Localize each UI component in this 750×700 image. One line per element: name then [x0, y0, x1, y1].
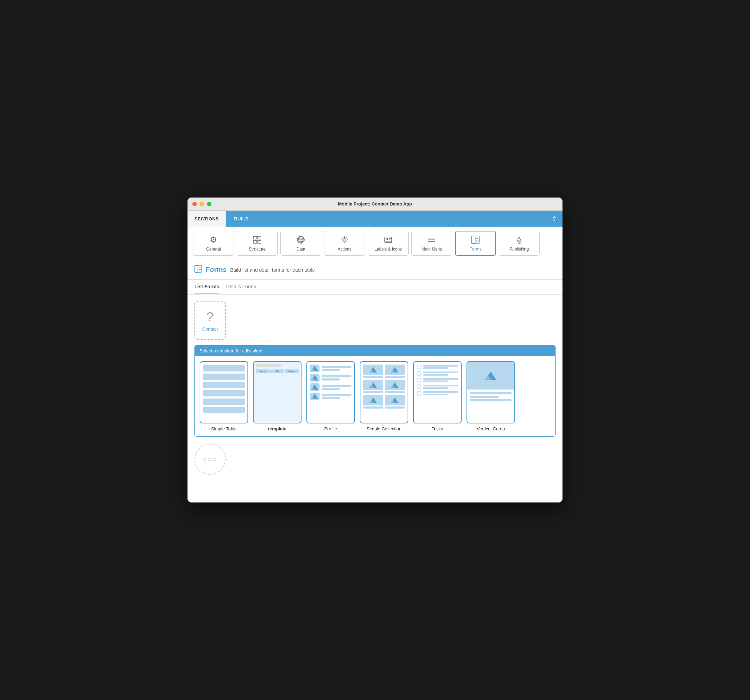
template-profile[interactable]: Profile — [306, 361, 355, 431]
template-section-header: Select a template for a list view — [195, 345, 555, 356]
svg-rect-1 — [258, 236, 261, 239]
forms-icon — [471, 235, 480, 245]
structure-icon — [252, 235, 262, 245]
tab-details-forms[interactable]: Details Forms — [226, 279, 256, 294]
toolbar-labels[interactable]: Labels & Icons — [368, 231, 409, 256]
sections-tab[interactable]: SECTIONS — [188, 211, 226, 227]
publishing-icon — [514, 235, 524, 245]
template-simple-table[interactable]: Simple Table — [200, 361, 248, 431]
svg-rect-14 — [472, 236, 475, 244]
avatar-icon — [310, 383, 320, 391]
upload-button[interactable]: ⇧ — [546, 211, 562, 227]
menu-icon — [427, 235, 437, 245]
main-window: Mobile Project: Contact Demo App SECTION… — [188, 198, 562, 502]
forms-section-icon — [194, 265, 202, 275]
template-simple-collection[interactable]: Simple Collection — [360, 361, 408, 431]
section-description: Build list and detail forms for each tab… — [230, 267, 315, 273]
tabs-bar: List Forms Details Forms — [188, 279, 562, 295]
simple-collection-preview — [360, 361, 408, 424]
toolbar-structure[interactable]: Structure — [237, 231, 278, 256]
template-section: Select a template for a list view — [194, 345, 556, 437]
minimize-button[interactable] — [200, 202, 204, 206]
window-title: Mobile Project: Contact Demo App — [338, 201, 412, 207]
tasks-label: Tasks — [432, 426, 443, 431]
svg-rect-0 — [254, 236, 257, 239]
titlebar: Mobile Project: Contact Demo App — [188, 198, 562, 211]
avatar-icon — [310, 393, 320, 400]
nav-bar: SECTIONS BUILD ⇧ — [188, 211, 562, 227]
contact-card[interactable]: ? Contact — [194, 301, 226, 339]
svg-point-7 — [343, 238, 346, 241]
close-button[interactable] — [192, 202, 197, 206]
contact-label: Contact — [203, 327, 218, 332]
contact-placeholder-icon: ? — [207, 310, 214, 324]
tasks-preview — [413, 361, 462, 424]
svg-rect-3 — [258, 241, 261, 243]
profile-preview — [306, 361, 355, 424]
toolbar-forms[interactable]: Forms — [455, 231, 496, 256]
avatar-icon — [310, 374, 320, 382]
toolbar-publishing[interactable]: Publishing — [499, 231, 539, 256]
template-tasks[interactable]: Tasks — [413, 361, 462, 431]
svg-rect-2 — [254, 241, 257, 243]
tab-list-forms[interactable]: List Forms — [194, 279, 220, 294]
profile-label: Profile — [324, 426, 337, 431]
svg-rect-8 — [385, 237, 392, 243]
svg-point-9 — [386, 238, 388, 240]
vertical-cards-preview — [467, 361, 515, 424]
toolbar-actions[interactable]: Actions — [324, 231, 365, 256]
svg-rect-21 — [195, 266, 202, 272]
svg-rect-22 — [195, 266, 198, 272]
labels-icon — [383, 235, 393, 245]
add-placeholder[interactable]: ○○○ — [194, 444, 226, 475]
window-controls — [192, 202, 211, 206]
actions-icon — [340, 235, 349, 245]
data-icon — [296, 235, 306, 245]
maximize-button[interactable] — [207, 202, 211, 206]
avatar-icon — [310, 365, 320, 372]
section-header: Forms Build list and detail forms for ea… — [188, 260, 562, 279]
dots-icon: ○○○ — [202, 455, 218, 463]
toolbar-data[interactable]: Data — [280, 231, 321, 256]
toolbar-mainmenu[interactable]: Main Menu — [411, 231, 452, 256]
build-tab[interactable]: BUILD — [226, 211, 257, 227]
toolbar-general[interactable]: ⚙ General — [193, 231, 234, 256]
gear-icon: ⚙ — [210, 235, 217, 245]
simple-collection-label: Simple Collection — [367, 426, 401, 431]
template-grid: Simple Table Prima Tile Section — [195, 356, 555, 436]
vertical-cards-label: Vertical Cards — [477, 426, 505, 431]
content-area: ? Contact Select a template for a list v… — [188, 295, 562, 502]
toolbar: ⚙ General Structure Data — [188, 227, 562, 260]
simple-table-preview — [200, 361, 248, 424]
template-template[interactable]: Prima Tile Section — [253, 361, 301, 431]
template-template-preview: Prima Tile Section — [253, 361, 301, 424]
svg-rect-13 — [472, 236, 480, 244]
template-label: template — [268, 426, 286, 431]
simple-table-label: Simple Table — [211, 426, 237, 431]
template-vertical-cards[interactable]: Vertical Cards — [467, 361, 515, 431]
section-title: Forms — [206, 266, 227, 274]
